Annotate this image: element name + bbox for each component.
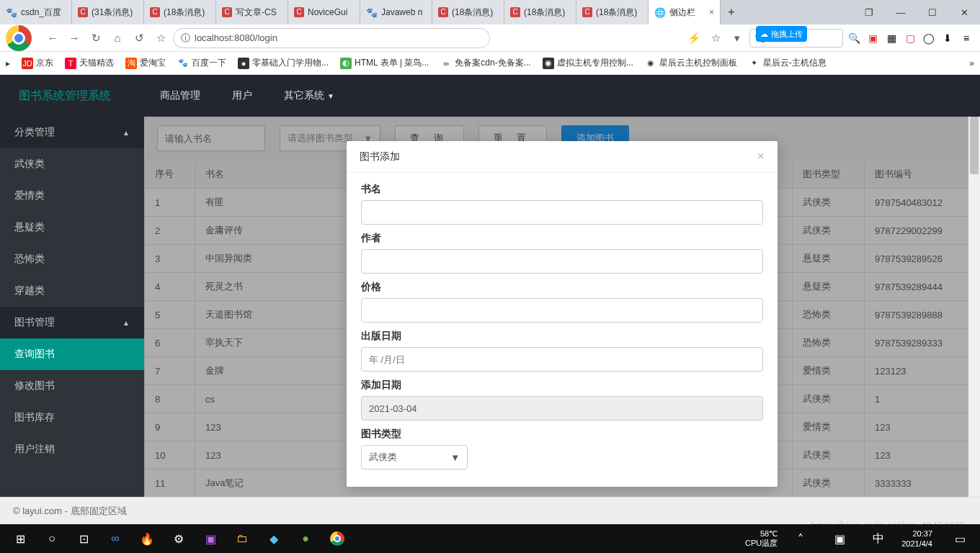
url-input[interactable]: ⓘ localhost:8080/login [173, 28, 490, 48]
search-icon[interactable]: 🔍 [846, 30, 862, 46]
new-tab-button[interactable]: + [721, 0, 742, 24]
chevron-up-icon: ▲ [122, 129, 130, 137]
app-header: 图书系统管理系统 商品管理 用户 其它系统▼ [0, 75, 980, 117]
chevron-up-icon: ▲ [122, 319, 130, 327]
app-icon[interactable]: ▣ [195, 524, 226, 553]
bookmark-item[interactable]: ●零基础入门学用物... [238, 57, 329, 69]
browser-tab[interactable]: 🐾Javaweb n [360, 0, 432, 24]
input-name[interactable] [361, 200, 763, 225]
ext-pdf-icon[interactable]: ▢ [902, 30, 918, 46]
bookmark-item[interactable]: T天猫精选 [65, 57, 114, 69]
dropdown-icon[interactable]: ▾ [728, 29, 747, 48]
browser-tab[interactable]: 🌐侧边栏× [649, 0, 721, 24]
restore-icon[interactable]: ↺ [130, 29, 148, 48]
browser-tab[interactable]: C(31条消息) [72, 0, 144, 24]
sidebar-item[interactable]: 恐怖类 [0, 243, 144, 275]
app-icon[interactable]: ⚙ [163, 524, 195, 553]
bookmark-item[interactable]: 淘爱淘宝 [125, 57, 166, 69]
cloud-upload-pill[interactable]: ☁ 拖拽上传 [756, 26, 807, 42]
sidebar-head-book[interactable]: 图书管理▲ [0, 307, 144, 338]
select-type[interactable]: 武侠类▼ [361, 445, 468, 469]
explorer-icon[interactable]: 🗀 [226, 524, 258, 553]
win-close-icon[interactable]: ✕ [948, 0, 980, 24]
win-restore-down-icon[interactable]: ❐ [853, 0, 885, 24]
url-text: localhost:8080/login [195, 32, 277, 43]
app-root: 图书系统管理系统 商品管理 用户 其它系统▼ 分类管理▲ 武侠类爱情类悬疑类恐怖… [0, 75, 980, 524]
chevron-down-icon: ▼ [327, 92, 334, 100]
scrollbar-thumb[interactable] [970, 117, 979, 174]
app-icon[interactable]: 🔥 [131, 524, 163, 553]
browser-tab[interactable]: C(18条消息) [576, 0, 649, 24]
notifications-icon[interactable]: ▭ [944, 524, 976, 553]
bookmark-item[interactable]: ◉虚拟主机专用控制... [543, 57, 633, 69]
sidebar-item[interactable]: 查询图书 [0, 338, 144, 370]
label-type: 图书类型 [361, 428, 763, 441]
download-icon[interactable]: ⬇ [940, 30, 956, 46]
browser-tab[interactable]: C(18条消息) [504, 0, 576, 24]
add-book-modal: 图书添加 × 书名 作者 价格 出版日期 添加日期 图书类型 武侠类▼ [347, 141, 778, 487]
sidebar-item[interactable]: 爱情类 [0, 180, 144, 212]
sidebar-item[interactable]: 武侠类 [0, 148, 144, 180]
bookmark-item[interactable]: ◉星辰云主机控制面板 [645, 57, 737, 69]
star-icon[interactable]: ☆ [151, 29, 170, 48]
label-price: 价格 [361, 281, 763, 294]
chrome-icon[interactable] [321, 524, 353, 553]
sidebar-item-logout[interactable]: 用户注销 [0, 433, 144, 465]
tray-icon[interactable]: ▣ [824, 524, 855, 553]
menu-icon[interactable]: ≡ [958, 30, 974, 46]
bookmark-item[interactable]: ◐HTML 表单 | 菜鸟... [340, 57, 429, 69]
tray-up-icon[interactable]: ˄ [785, 524, 816, 553]
bookmark-item[interactable]: ∞免备案cdn-免备案... [440, 57, 530, 69]
clock[interactable]: 20:372021/4/4 [901, 529, 937, 549]
forward-icon[interactable]: → [65, 29, 84, 48]
reload-icon[interactable]: ↻ [86, 29, 105, 48]
scrollbar[interactable] [968, 117, 980, 497]
sidebar-item[interactable]: 图书库存 [0, 402, 144, 433]
browser-tab[interactable]: C(18条消息) [432, 0, 504, 24]
wechat-icon[interactable]: ● [290, 524, 321, 553]
profile-icon[interactable]: ◯ [921, 30, 937, 46]
browser-tab[interactable]: C(18条消息) [144, 0, 216, 24]
sidebar-item[interactable]: 悬疑类 [0, 212, 144, 243]
ext-grid-icon[interactable]: ▦ [883, 30, 899, 46]
input-pubdate[interactable] [361, 347, 763, 372]
sidebar-item[interactable]: 修改图书 [0, 370, 144, 402]
info-icon: ⓘ [181, 32, 190, 45]
ime-icon[interactable]: 中 [863, 524, 894, 553]
app-icon[interactable]: ∞ [99, 524, 131, 553]
input-author[interactable] [361, 249, 763, 274]
apps-icon[interactable]: ▸ [6, 58, 10, 68]
menu-users[interactable]: 用户 [216, 75, 268, 117]
home-icon[interactable]: ⌂ [108, 29, 127, 48]
cpu-temp: 58℃ [745, 529, 778, 539]
menu-other[interactable]: 其它系统▼ [268, 75, 350, 117]
ext-red-icon[interactable]: ▣ [865, 30, 881, 46]
cloud-icon: ☁ [760, 30, 768, 39]
win-minimize-icon[interactable]: — [885, 0, 917, 24]
bookmark-item[interactable]: JD京东 [22, 57, 53, 69]
start-icon[interactable]: ⊞ [4, 524, 36, 553]
close-icon[interactable]: × [757, 149, 765, 164]
label-author: 作者 [361, 232, 763, 245]
menu-products[interactable]: 商品管理 [144, 75, 216, 117]
bookmark-item[interactable]: ✦星辰云-主机信息 [749, 57, 827, 69]
flash-icon[interactable]: ⚡ [685, 29, 703, 48]
input-price[interactable] [361, 298, 763, 323]
sidebar-item[interactable]: 穿越类 [0, 275, 144, 307]
app-icon[interactable]: ◆ [258, 524, 290, 553]
bookmarks-overflow-icon[interactable]: » [969, 58, 974, 68]
win-maximize-icon[interactable]: ☐ [917, 0, 948, 24]
label-pubdate: 出版日期 [361, 330, 763, 343]
cortana-icon[interactable]: ○ [36, 524, 68, 553]
bookmark-star-icon[interactable]: ☆ [706, 29, 725, 48]
sidebar-head-category[interactable]: 分类管理▲ [0, 117, 144, 148]
back-icon[interactable]: ← [43, 29, 62, 48]
browser-tab[interactable]: C写文章-CS [216, 0, 288, 24]
browser-tab[interactable]: 🐾csdn_百度 [0, 0, 72, 24]
taskview-icon[interactable]: ⊡ [68, 524, 99, 553]
bookmarks-bar: ▸ JD京东T天猫精选淘爱淘宝🐾百度一下●零基础入门学用物...◐HTML 表单… [0, 52, 980, 75]
label-adddate: 添加日期 [361, 379, 763, 392]
browser-tab[interactable]: CNoviceGui [288, 0, 360, 24]
bookmark-item[interactable]: 🐾百度一下 [177, 57, 226, 69]
tab-close-icon[interactable]: × [709, 7, 714, 17]
